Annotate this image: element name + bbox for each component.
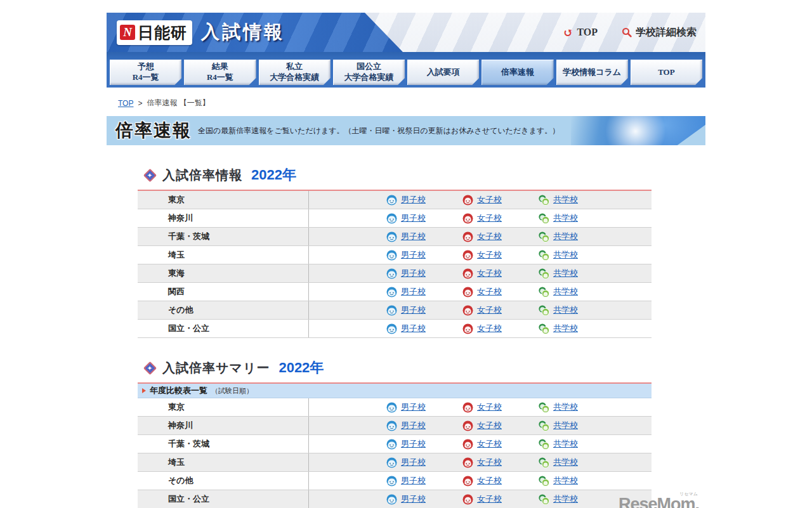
girls-school-link[interactable]: 女子校	[462, 304, 539, 316]
coed-school-link[interactable]: 共学校	[539, 323, 615, 334]
region-table: 東京 男子校 女子校	[138, 398, 652, 508]
header-top-link[interactable]: ↺ TOP	[563, 27, 598, 39]
nav-tab[interactable]: 入試要項	[407, 60, 479, 85]
diamond-icon	[143, 168, 157, 181]
boys-school-link[interactable]: 男子校	[386, 194, 462, 205]
coed-school-label: 共学校	[553, 212, 578, 224]
boys-school-link[interactable]: 男子校	[386, 212, 462, 224]
boys-school-link[interactable]: 男子校	[386, 323, 462, 334]
girls-school-link[interactable]: 女子校	[462, 475, 539, 486]
boy-face-icon	[386, 305, 397, 316]
girl-face-icon	[462, 287, 473, 297]
coed-school-link[interactable]: 共学校	[539, 401, 615, 413]
boys-school-label: 男子校	[401, 457, 426, 468]
nichinoken-logo[interactable]: N 日能研	[117, 20, 192, 45]
boys-school-link[interactable]: 男子校	[386, 438, 462, 450]
girls-school-link[interactable]: 女子校	[462, 457, 539, 468]
section-year: 2022年	[251, 166, 296, 185]
boy-face-icon	[386, 439, 397, 450]
boys-school-link[interactable]: 男子校	[386, 304, 462, 316]
girls-school-link[interactable]: 女子校	[462, 231, 539, 242]
girl-face-icon	[462, 250, 473, 261]
girls-school-link[interactable]: 女子校	[462, 268, 539, 279]
girls-school-link[interactable]: 女子校	[462, 401, 539, 413]
boy-face-icon	[386, 231, 397, 242]
table-row: その他 男子校 女子校	[138, 472, 652, 490]
region-label: 神奈川	[168, 212, 193, 224]
region-label: その他	[168, 304, 193, 316]
nav-tab[interactable]: 予想 R4一覧	[110, 60, 181, 85]
coed-school-link[interactable]: 共学校	[539, 286, 615, 297]
coed-school-link[interactable]: 共学校	[539, 249, 615, 261]
coed-school-link[interactable]: 共学校	[539, 457, 615, 468]
boys-school-label: 男子校	[401, 475, 426, 486]
coed-school-link[interactable]: 共学校	[539, 420, 615, 431]
nav-tab[interactable]: 私立 大学合格実績	[259, 60, 331, 85]
table-row: 千葉・茨城 男子校 女子校	[138, 228, 652, 246]
watermark-text: ReseMom.	[619, 495, 699, 508]
girls-school-link[interactable]: 女子校	[462, 420, 539, 431]
nav-tab[interactable]: 学校情報コラム	[556, 60, 628, 85]
nav-tab[interactable]: 結果 R4一覧	[184, 60, 256, 85]
banner-description: 全国の最新倍率速報をご覧いただけます。（土曜・日曜・祝祭日の更新はお休みさせてい…	[198, 126, 560, 136]
boys-school-link[interactable]: 男子校	[386, 286, 462, 297]
nav-tab[interactable]: TOP	[631, 60, 702, 85]
boys-school-link[interactable]: 男子校	[386, 231, 462, 242]
boys-school-link[interactable]: 男子校	[386, 493, 462, 505]
coed-school-link[interactable]: 共学校	[539, 212, 615, 224]
boys-school-link[interactable]: 男子校	[386, 457, 462, 468]
coed-school-link[interactable]: 共学校	[539, 475, 615, 486]
boys-school-label: 男子校	[401, 249, 426, 261]
coed-faces-icon	[539, 323, 549, 334]
boy-face-icon	[386, 494, 397, 505]
table-row: 東京 男子校 女子校	[138, 398, 652, 417]
masthead-links: ↺ TOP 学校詳細検索	[563, 13, 697, 52]
boys-school-label: 男子校	[401, 493, 426, 505]
table-row: 関西 男子校 女子校	[138, 283, 652, 301]
coed-faces-icon	[539, 231, 549, 242]
region-label: 東京	[168, 194, 185, 205]
breadcrumb-home-link[interactable]: TOP	[118, 99, 133, 108]
page-container: N 日能研 入試情報 ↺ TOP 学校詳細検索 予想 R4一覧 結果	[107, 13, 705, 508]
coed-school-link[interactable]: 共学校	[539, 231, 615, 242]
girls-school-link[interactable]: 女子校	[462, 286, 539, 297]
girl-face-icon	[462, 195, 473, 205]
region-label: 東海	[168, 268, 185, 279]
boys-school-label: 男子校	[401, 438, 426, 450]
coed-school-link[interactable]: 共学校	[539, 493, 615, 505]
boys-school-link[interactable]: 男子校	[386, 268, 462, 279]
coed-school-link[interactable]: 共学校	[539, 268, 615, 279]
boys-school-label: 男子校	[401, 268, 426, 279]
boys-school-link[interactable]: 男子校	[386, 420, 462, 431]
coed-school-link[interactable]: 共学校	[539, 438, 615, 450]
girls-school-link[interactable]: 女子校	[462, 493, 539, 505]
girls-school-label: 女子校	[477, 493, 502, 505]
nav-tabs: 予想 R4一覧 結果 R4一覧 私立 大学合格実績 国公立 大学合格実績 入試要…	[107, 52, 705, 88]
table-row: 神奈川 男子校 女子校	[138, 417, 652, 435]
girls-school-label: 女子校	[477, 268, 502, 279]
table-row: 神奈川 男子校 女子校	[138, 209, 652, 228]
girls-school-link[interactable]: 女子校	[462, 323, 539, 334]
girls-school-label: 女子校	[477, 231, 502, 242]
subheader-note: （試験日順）	[211, 386, 253, 396]
coed-school-link[interactable]: 共学校	[539, 304, 615, 316]
section-ratio-summary: 入試倍率サマリー 2022年 年度比較表一覧 （試験日順） 東京 男子校	[138, 358, 652, 508]
boys-school-link[interactable]: 男子校	[386, 401, 462, 413]
boys-school-link[interactable]: 男子校	[386, 475, 462, 486]
nav-tab[interactable]: 倍率速報	[481, 60, 553, 85]
boy-face-icon	[386, 476, 397, 486]
school-search-link[interactable]: 学校詳細検索	[622, 26, 697, 39]
girls-school-link[interactable]: 女子校	[462, 212, 539, 224]
table-row: 埼玉 男子校 女子校	[138, 453, 652, 472]
boys-school-label: 男子校	[401, 231, 426, 242]
region-label: 神奈川	[168, 420, 193, 431]
nav-tab[interactable]: 国公立 大学合格実績	[333, 60, 405, 85]
girls-school-link[interactable]: 女子校	[462, 194, 539, 205]
coed-school-link[interactable]: 共学校	[539, 194, 615, 205]
girls-school-link[interactable]: 女子校	[462, 249, 539, 261]
girls-school-link[interactable]: 女子校	[462, 438, 539, 450]
coed-faces-icon	[539, 195, 549, 205]
girls-school-label: 女子校	[477, 420, 502, 431]
boys-school-link[interactable]: 男子校	[386, 249, 462, 261]
region-label: 埼玉	[168, 249, 185, 261]
